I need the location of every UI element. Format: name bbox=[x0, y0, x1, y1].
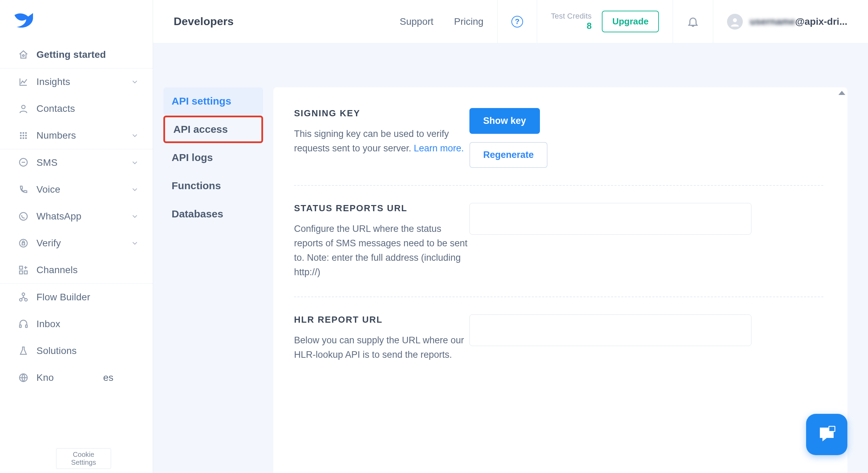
sidebar-item-numbers[interactable]: Numbers bbox=[0, 122, 153, 149]
sidebar-item-inbox[interactable]: Inbox bbox=[0, 311, 153, 337]
scroll-up-icon[interactable] bbox=[838, 91, 845, 95]
user-email: username@apix-dri... bbox=[750, 16, 847, 27]
sidebar-item-channels[interactable]: Channels bbox=[0, 257, 153, 283]
sidebar-item-flow-builder[interactable]: Flow Builder bbox=[0, 284, 153, 311]
subnav-functions[interactable]: Functions bbox=[163, 172, 263, 200]
status-reports-row: STATUS REPORTS URL Configure the URL whe… bbox=[294, 186, 823, 297]
credits-label: Test Credits bbox=[551, 12, 592, 21]
show-key-button[interactable]: Show key bbox=[469, 108, 540, 134]
chevron-down-icon bbox=[131, 159, 139, 167]
svg-rect-15 bbox=[20, 266, 23, 269]
support-link[interactable]: Support bbox=[400, 16, 433, 27]
sidebar-item-label: Verify bbox=[36, 238, 131, 249]
sidebar: Getting started Insights Contacts Number… bbox=[0, 0, 153, 473]
section-title: SIGNING KEY bbox=[294, 108, 469, 119]
hlr-report-url-input[interactable] bbox=[469, 314, 751, 346]
subnav: API settings API access API logs Functio… bbox=[153, 43, 273, 473]
svg-rect-17 bbox=[24, 271, 28, 274]
subnav-databases[interactable]: Databases bbox=[163, 200, 263, 228]
sms-icon bbox=[18, 157, 29, 168]
svg-point-1 bbox=[22, 105, 25, 109]
section-desc: Configure the URL where the status repor… bbox=[294, 222, 469, 279]
flow-icon bbox=[18, 292, 29, 303]
svg-point-12 bbox=[20, 213, 28, 221]
section-title: HLR REPORT URL bbox=[294, 314, 469, 325]
sidebar-item-label: Flow Builder bbox=[36, 292, 139, 303]
upgrade-button[interactable]: Upgrade bbox=[602, 11, 659, 32]
user-menu[interactable]: username@apix-dri... bbox=[727, 14, 847, 30]
sidebar-item-label: Contacts bbox=[36, 103, 139, 114]
globe-icon bbox=[18, 372, 29, 383]
svg-point-18 bbox=[22, 293, 25, 296]
person-icon bbox=[18, 103, 29, 114]
svg-point-24 bbox=[733, 18, 737, 22]
svg-point-3 bbox=[23, 132, 24, 134]
sidebar-item-verify[interactable]: Verify bbox=[0, 230, 153, 257]
sidebar-item-sms[interactable]: SMS bbox=[0, 149, 153, 176]
svg-point-10 bbox=[25, 137, 27, 139]
settings-panel: SIGNING KEY This signing key can be used… bbox=[273, 87, 847, 473]
phone-icon bbox=[18, 184, 29, 195]
svg-rect-21 bbox=[20, 325, 21, 328]
status-reports-url-input[interactable] bbox=[469, 203, 751, 235]
subnav-api-settings[interactable]: API settings bbox=[163, 87, 263, 115]
chevron-down-icon bbox=[131, 78, 139, 86]
svg-point-5 bbox=[20, 135, 22, 137]
sidebar-item-contacts[interactable]: Contacts bbox=[0, 95, 153, 122]
regenerate-button[interactable]: Regenerate bbox=[469, 142, 547, 168]
flask-icon bbox=[18, 345, 29, 356]
brand-logo-icon[interactable] bbox=[14, 13, 33, 28]
sidebar-item-label: Knowledge bases bbox=[36, 372, 139, 383]
sidebar-item-label: Voice bbox=[36, 184, 131, 195]
chevron-down-icon bbox=[131, 239, 139, 247]
dialpad-icon bbox=[18, 130, 29, 141]
svg-point-9 bbox=[23, 137, 24, 139]
credits-block: Test Credits 8 bbox=[551, 12, 592, 31]
whatsapp-icon bbox=[18, 211, 29, 222]
sidebar-item-label: Solutions bbox=[36, 345, 139, 356]
svg-point-7 bbox=[25, 135, 27, 137]
lock-icon bbox=[18, 238, 29, 249]
learn-more-link[interactable]: Learn more. bbox=[414, 143, 464, 153]
sidebar-item-getting-started[interactable]: Getting started bbox=[0, 41, 153, 68]
avatar-icon bbox=[727, 14, 743, 30]
page-title: Developers bbox=[174, 15, 234, 28]
sidebar-item-knowledge[interactable]: Knowledge bases bbox=[0, 364, 153, 391]
svg-rect-22 bbox=[25, 325, 27, 328]
section-desc: This signing key can be used to verify r… bbox=[294, 127, 469, 156]
hlr-report-row: HLR REPORT URL Below you can supply the … bbox=[294, 297, 823, 379]
chat-fab[interactable] bbox=[806, 414, 847, 455]
cookie-settings-button[interactable]: Cookie Settings bbox=[56, 448, 111, 469]
sidebar-item-label: Insights bbox=[36, 76, 131, 87]
chevron-down-icon bbox=[131, 212, 139, 221]
sidebar-item-label: Getting started bbox=[36, 49, 139, 60]
sidebar-item-insights[interactable]: Insights bbox=[0, 68, 153, 95]
sidebar-item-whatsapp[interactable]: WhatsApp bbox=[0, 203, 153, 230]
bell-icon[interactable] bbox=[687, 15, 699, 28]
logo-wrap bbox=[0, 0, 153, 41]
sidebar-item-voice[interactable]: Voice bbox=[0, 176, 153, 203]
headset-icon bbox=[18, 319, 29, 330]
svg-rect-16 bbox=[20, 271, 23, 274]
chevron-down-icon bbox=[131, 185, 139, 194]
sidebar-item-label: WhatsApp bbox=[36, 211, 131, 222]
section-desc: Below you can supply the URL where our H… bbox=[294, 333, 469, 362]
header-links: Support Pricing bbox=[400, 16, 497, 27]
subnav-api-logs[interactable]: API logs bbox=[163, 144, 263, 171]
sidebar-item-solutions[interactable]: Solutions bbox=[0, 337, 153, 364]
content: API settings API access API logs Functio… bbox=[153, 43, 868, 473]
header-cell-user: username@apix-dri... bbox=[713, 0, 868, 43]
subnav-api-access[interactable]: API access bbox=[163, 116, 263, 143]
svg-point-6 bbox=[23, 135, 24, 137]
header-cell-help: ? bbox=[497, 0, 537, 43]
svg-point-2 bbox=[20, 132, 22, 134]
sidebar-item-label: Numbers bbox=[36, 130, 131, 141]
section-title: STATUS REPORTS URL bbox=[294, 203, 469, 214]
pricing-link[interactable]: Pricing bbox=[454, 16, 484, 27]
svg-rect-14 bbox=[22, 243, 25, 245]
header: Developers Support Pricing ? Test Credit… bbox=[153, 0, 868, 43]
help-icon[interactable]: ? bbox=[511, 16, 523, 28]
chart-icon bbox=[18, 76, 29, 87]
svg-point-0 bbox=[23, 55, 24, 56]
svg-rect-26 bbox=[829, 427, 835, 431]
